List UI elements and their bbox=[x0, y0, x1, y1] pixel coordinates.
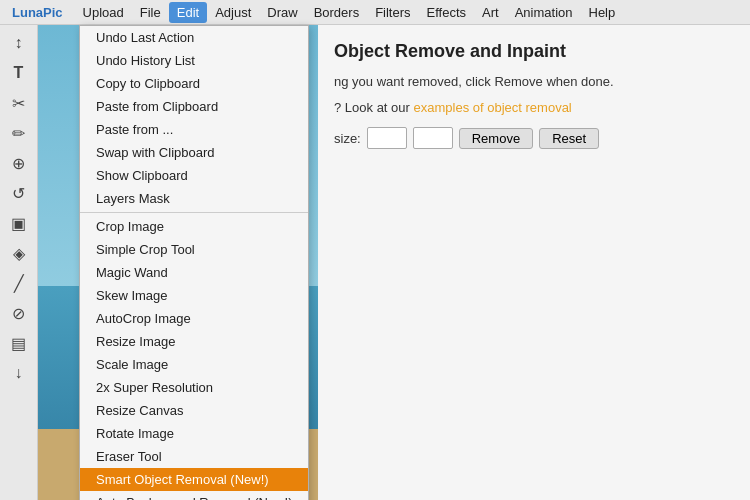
edit-dropdown-menu: Undo Last Action Undo History List Copy … bbox=[79, 25, 309, 500]
menu-edit[interactable]: Edit bbox=[169, 2, 207, 23]
menu-auto-bg-removal[interactable]: Auto Background Removal (New!) bbox=[80, 491, 308, 500]
menu-rotate-image[interactable]: Rotate Image bbox=[80, 422, 308, 445]
menu-adjust[interactable]: Adjust bbox=[207, 2, 259, 23]
tool-download[interactable]: ↓ bbox=[5, 359, 33, 387]
menu-help[interactable]: Help bbox=[581, 2, 624, 23]
menu-upload[interactable]: Upload bbox=[75, 2, 132, 23]
panel-desc2-text: ? Look at our bbox=[334, 100, 410, 115]
menu-paste-clipboard[interactable]: Paste from Clipboard bbox=[80, 95, 308, 118]
menu-borders[interactable]: Borders bbox=[306, 2, 368, 23]
separator-1 bbox=[80, 212, 308, 213]
menu-simple-crop[interactable]: Simple Crop Tool bbox=[80, 238, 308, 261]
panel-desc2: ? Look at our examples of object removal bbox=[334, 98, 734, 118]
panel-desc1: ng you want removed, click Remove when d… bbox=[334, 72, 734, 92]
menu-swap-clipboard[interactable]: Swap with Clipboard bbox=[80, 141, 308, 164]
menu-super-resolution[interactable]: 2x Super Resolution bbox=[80, 376, 308, 399]
size-label: size: bbox=[334, 131, 361, 146]
menu-magic-wand[interactable]: Magic Wand bbox=[80, 261, 308, 284]
menu-art[interactable]: Art bbox=[474, 2, 507, 23]
menu-paste-from[interactable]: Paste from ... bbox=[80, 118, 308, 141]
tool-select[interactable]: ▣ bbox=[5, 209, 33, 237]
panel-controls: size: Remove Reset bbox=[334, 127, 734, 149]
remove-button[interactable]: Remove bbox=[459, 128, 533, 149]
tool-zoom[interactable]: ⊕ bbox=[5, 149, 33, 177]
menu-skew-image[interactable]: Skew Image bbox=[80, 284, 308, 307]
menu-show-clipboard[interactable]: Show Clipboard bbox=[80, 164, 308, 187]
app-logo: LunaPic bbox=[4, 2, 71, 23]
tool-layers[interactable]: ▤ bbox=[5, 329, 33, 357]
left-toolbar: ↕ T ✂ ✏ ⊕ ↺ ▣ ◈ ╱ ⊘ ▤ ↓ bbox=[0, 25, 38, 500]
menu-autocrop[interactable]: AutoCrop Image bbox=[80, 307, 308, 330]
menu-eraser-tool[interactable]: Eraser Tool bbox=[80, 445, 308, 468]
panel-area: Object Remove and Inpaint ng you want re… bbox=[318, 25, 750, 500]
size-input-2[interactable] bbox=[413, 127, 453, 149]
menu-file[interactable]: File bbox=[132, 2, 169, 23]
panel-title: Object Remove and Inpaint bbox=[334, 41, 734, 62]
tool-pencil[interactable]: ✏ bbox=[5, 119, 33, 147]
tool-text[interactable]: T bbox=[5, 59, 33, 87]
menu-undo-last[interactable]: Undo Last Action bbox=[80, 26, 308, 49]
tool-eraser[interactable]: ⊘ bbox=[5, 299, 33, 327]
menu-bar: LunaPic Upload File Edit Adjust Draw Bor… bbox=[0, 0, 750, 25]
reset-button[interactable]: Reset bbox=[539, 128, 599, 149]
menu-animation[interactable]: Animation bbox=[507, 2, 581, 23]
tool-rotate[interactable]: ↺ bbox=[5, 179, 33, 207]
menu-draw[interactable]: Draw bbox=[259, 2, 305, 23]
tool-cut[interactable]: ✂ bbox=[5, 89, 33, 117]
panel-link[interactable]: examples of object removal bbox=[414, 100, 572, 115]
tool-fill[interactable]: ◈ bbox=[5, 239, 33, 267]
menu-smart-removal[interactable]: Smart Object Removal (New!) bbox=[80, 468, 308, 491]
menu-resize-image[interactable]: Resize Image bbox=[80, 330, 308, 353]
menu-undo-history[interactable]: Undo History List bbox=[80, 49, 308, 72]
menu-scale-image[interactable]: Scale Image bbox=[80, 353, 308, 376]
menu-copy-clipboard[interactable]: Copy to Clipboard bbox=[80, 72, 308, 95]
tool-move[interactable]: ↕ bbox=[5, 29, 33, 57]
menu-effects[interactable]: Effects bbox=[419, 2, 475, 23]
tool-line[interactable]: ╱ bbox=[5, 269, 33, 297]
menu-filters[interactable]: Filters bbox=[367, 2, 418, 23]
menu-crop-image[interactable]: Crop Image bbox=[80, 215, 308, 238]
menu-layers-mask[interactable]: Layers Mask bbox=[80, 187, 308, 210]
size-input-1[interactable] bbox=[367, 127, 407, 149]
menu-resize-canvas[interactable]: Resize Canvas bbox=[80, 399, 308, 422]
